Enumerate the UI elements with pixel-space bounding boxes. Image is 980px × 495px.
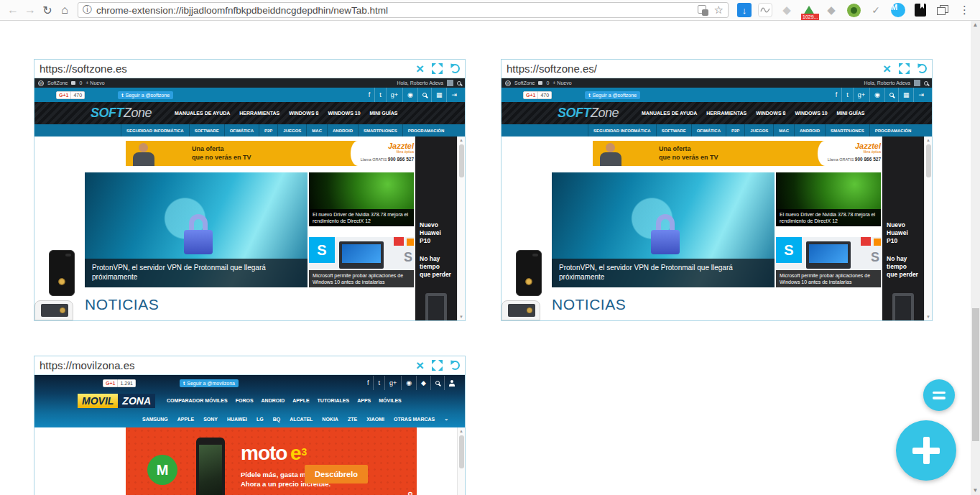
article-card-microsoft[interactable]: S S Microsoft permite probar aplicacione… — [776, 237, 881, 287]
nav-item[interactable]: BQ — [273, 417, 281, 422]
mountain-extension-icon[interactable]: 1029... — [801, 2, 817, 18]
nav-item[interactable]: ANDROID — [262, 398, 285, 403]
jazztel-ad-banner[interactable]: Una oferta que no verás en TV Jazztel fi… — [126, 141, 417, 166]
nav-item[interactable]: SEGURIDAD INFORMÁTICA — [121, 124, 189, 137]
home-icon[interactable]: ⌂ — [56, 1, 73, 19]
wordpress-icon[interactable]: W — [505, 80, 511, 86]
preview-scrollbar[interactable]: ▲ ▼ — [457, 137, 465, 320]
scrollbar-thumb[interactable] — [972, 308, 979, 441]
nav-item[interactable]: HERRAMIENTAS — [239, 111, 279, 116]
ad-cta-button[interactable]: Descúbrelo — [305, 465, 368, 484]
wp-greeting[interactable]: Hola, Roberto Adeva — [864, 80, 910, 85]
menu-fab-button[interactable] — [923, 379, 955, 411]
wp-site-name[interactable]: SoftZone — [514, 80, 535, 85]
scroll-down-icon[interactable]: ▼ — [925, 313, 932, 320]
article-title[interactable]: Microsoft permite probar aplicaciones de… — [309, 270, 414, 287]
featured-article[interactable]: ProtonVPN, el servidor VPN de Protonmail… — [552, 172, 775, 287]
nav-item[interactable]: APPLE — [292, 398, 309, 403]
nav-item[interactable]: ALCATEL — [290, 417, 313, 422]
nav-item[interactable]: WINDOWS 8 — [756, 111, 785, 116]
wp-greeting[interactable]: Hola, Roberto Adeva — [397, 80, 443, 85]
search-icon[interactable] — [457, 81, 461, 85]
twitter-follow-button[interactable]: t Seguir a @softzone — [585, 91, 640, 99]
gem-extension-icon[interactable]: ◆ — [823, 2, 839, 18]
rss-icon[interactable]: ◉ — [869, 88, 884, 102]
nav-item[interactable]: ZTE — [348, 417, 357, 422]
green-circle-extension-icon[interactable] — [846, 2, 861, 18]
dropbox-extension-icon[interactable]: ◆ — [779, 2, 795, 18]
nav-item[interactable]: ANDROID — [327, 124, 358, 137]
panel-url[interactable]: https://softzone.es/ — [507, 63, 883, 75]
nav-item[interactable]: MAC — [773, 124, 794, 137]
gplus-button[interactable]: G+1 470 — [523, 91, 552, 99]
scroll-up-icon[interactable]: ▲ — [458, 427, 465, 435]
panel-url[interactable]: https://movilzona.es — [40, 359, 416, 371]
gplus-button[interactable]: G+1 1.291 — [103, 379, 136, 387]
gplus-icon[interactable]: g+ — [853, 88, 869, 102]
panel-preview[interactable]: W SoftZone 0 + Nuevo Hola, Roberto Adeva… — [34, 78, 465, 320]
nav-item[interactable]: FOROS — [236, 398, 254, 403]
moto-ad-banner[interactable]: M moto e3 Pídele más, gasta menos. Ahora… — [126, 427, 417, 495]
rss-icon[interactable]: ◉ — [402, 88, 417, 102]
rss-icon[interactable]: ◉ — [401, 376, 416, 390]
check-extension-icon[interactable]: ✓ — [868, 2, 884, 18]
nav-item[interactable]: COMPARADOR MÓVILES — [167, 398, 228, 403]
wp-new-button[interactable]: + Nuevo — [85, 80, 104, 85]
gem-icon[interactable]: ◆ — [416, 376, 430, 390]
nav-item[interactable]: PROGRAMACIÓN — [402, 124, 450, 137]
add-panel-fab-button[interactable] — [896, 420, 956, 481]
article-card-microsoft[interactable]: S S Microsoft permite probar aplicacione… — [309, 237, 414, 287]
twitter-icon[interactable]: t — [374, 88, 386, 102]
refresh-icon[interactable] — [917, 64, 927, 73]
article-title[interactable]: Microsoft permite probar aplicaciones de… — [776, 270, 881, 287]
nav-item[interactable]: SOFTWARE — [189, 124, 224, 137]
nav-item[interactable]: P2P — [726, 124, 744, 137]
refresh-icon[interactable] — [450, 64, 460, 73]
facebook-icon[interactable]: f — [364, 88, 375, 102]
softzone-logo[interactable]: SOFTZone — [91, 106, 152, 121]
nav-item[interactable]: WINDOWS 10 — [328, 111, 360, 116]
preview-scrollbar[interactable]: ▲ ▼ — [924, 137, 932, 320]
nav-item[interactable]: SEGURIDAD INFORMÁTICA — [588, 124, 656, 137]
nav-item[interactable]: WINDOWS 8 — [289, 111, 318, 116]
user-icon[interactable] — [444, 376, 459, 390]
address-url[interactable]: chrome-extension://ibjjadloomfnfbkpdbeid… — [96, 5, 698, 16]
huawei-sidebar-ad[interactable]: Nuevo Huawei P10 No hay tiempo que perde… — [415, 137, 457, 320]
preview-scrollbar[interactable]: ▲ ▼ — [457, 427, 465, 495]
expand-icon[interactable] — [432, 63, 443, 74]
grid-icon[interactable]: ▦ — [431, 88, 447, 102]
expand-icon[interactable] — [432, 360, 443, 371]
scroll-down-icon[interactable]: ▼ — [971, 486, 980, 495]
nav-item[interactable]: JUEGOS — [744, 124, 773, 137]
address-bar[interactable]: ⓘ chrome-extension://ibjjadloomfnfbkpdbe… — [78, 2, 729, 18]
close-icon[interactable]: × — [883, 62, 891, 75]
duplicate-extension-icon[interactable] — [935, 2, 951, 18]
wave-extension-icon[interactable] — [758, 3, 772, 17]
jazztel-ad-banner[interactable]: Una oferta que no verás en TV Jazztel fi… — [593, 141, 884, 166]
nav-item[interactable]: MANUALES DE AYUDA — [642, 111, 697, 116]
article-title[interactable]: El nuevo Driver de Nvidia 378.78 mejora … — [309, 209, 414, 226]
nav-item[interactable]: MINI GUÍAS — [370, 111, 398, 116]
bookmark-star-icon[interactable]: ☆ — [714, 4, 724, 17]
search-icon[interactable] — [884, 88, 898, 102]
gplus-icon[interactable]: g+ — [386, 88, 402, 102]
featured-article[interactable]: ProtonVPN, el servidor VPN de Protonmail… — [85, 172, 308, 287]
close-icon[interactable]: × — [416, 358, 424, 372]
panel-url[interactable]: https://softzone.es — [40, 63, 416, 75]
login-icon[interactable]: ⇥ — [446, 88, 461, 102]
scrollbar-thumb[interactable] — [926, 144, 931, 177]
browser-menu-icon[interactable]: ⋮ — [953, 4, 976, 17]
scrollbar-thumb[interactable] — [459, 144, 464, 177]
gplus-icon[interactable]: g+ — [384, 376, 401, 390]
twitter-icon[interactable]: t — [373, 376, 384, 390]
nav-item[interactable]: WINDOWS 10 — [795, 111, 827, 116]
download-extension-icon[interactable]: ↓ — [737, 3, 752, 17]
nav-item[interactable]: HERRAMIENTAS — [706, 111, 746, 116]
twitter-follow-button[interactable]: t Seguir a @movilzona — [180, 379, 239, 387]
nav-item[interactable]: ANDROID — [794, 124, 825, 137]
translate-icon[interactable] — [698, 5, 708, 16]
info-icon[interactable]: ⓘ — [83, 4, 92, 17]
m-extension-icon[interactable]: M — [890, 2, 906, 18]
wordpress-icon[interactable]: W — [38, 80, 44, 86]
chevron-down-icon[interactable]: ⌄ — [444, 416, 448, 422]
